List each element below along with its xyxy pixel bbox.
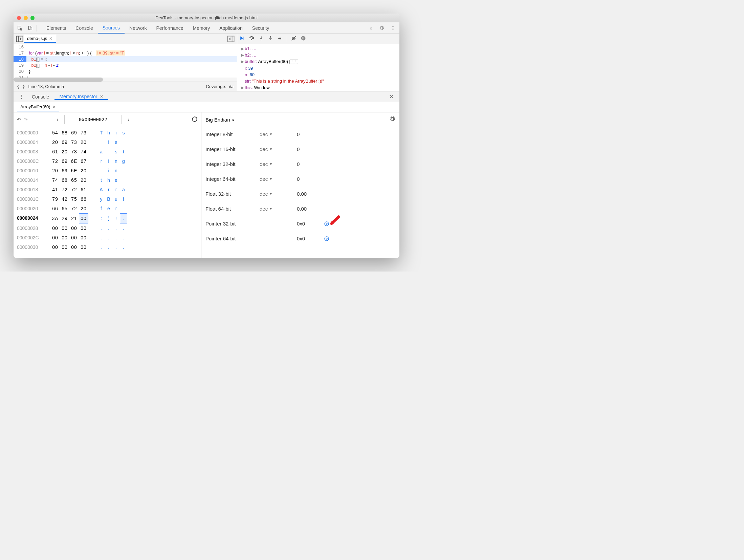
value-format-select[interactable]: dec ▼ (260, 131, 297, 137)
hex-row[interactable]: 000000243A292100:)!. (17, 213, 198, 223)
endian-select[interactable]: Big Endian ▼ (205, 117, 235, 123)
code-editor[interactable]: 1617 for (var i = str.length; i < n; ++i… (14, 44, 237, 78)
hex-bytes[interactable]: 20696E20 (47, 166, 94, 175)
hex-bytes[interactable]: 41727261 (47, 185, 94, 194)
hex-bytes[interactable]: 79427566 (47, 194, 94, 204)
value-format-select[interactable]: dec ▼ (260, 146, 297, 152)
hex-dump[interactable]: 0000000054686973This0000000420697320 is … (14, 127, 201, 253)
hex-row[interactable]: 0000001841727261Arra (17, 185, 198, 194)
hex-row[interactable]: 0000000C72696E67ring (17, 156, 198, 166)
hex-row[interactable]: 0000000861207374a st (17, 147, 198, 156)
hex-bytes[interactable]: 20697320 (47, 137, 94, 147)
scope-variables[interactable]: ▶b1: … ▶b2: … ▶buffer: ArrayBuffer(60)⋮⋮… (237, 44, 399, 91)
buffer-tab[interactable]: ArrayBuffer(60) ✕ (17, 103, 59, 111)
code-line[interactable]: 18 b1[i] = i; (14, 56, 237, 62)
scope-row[interactable]: ▶this: Window (241, 84, 396, 91)
tab-performance[interactable]: Performance (151, 22, 188, 34)
snippets-icon[interactable] (227, 35, 235, 43)
drawer-tab-console[interactable]: Console (27, 94, 54, 100)
close-tab-icon[interactable]: ✕ (100, 94, 103, 99)
expand-icon[interactable]: ▶ (241, 84, 245, 91)
tab-console[interactable]: Console (71, 22, 97, 34)
horizontal-scrollbar[interactable] (14, 78, 237, 82)
expand-icon[interactable]: ▶ (241, 58, 245, 65)
drawer-tab-memory-inspector[interactable]: Memory Inspector ✕ (54, 94, 108, 100)
tab-sources[interactable]: Sources (98, 22, 125, 34)
deactivate-breakpoints-icon[interactable] (291, 36, 297, 42)
hex-row[interactable]: 0000000420697320 is (17, 137, 198, 147)
scrollbar-thumb[interactable] (14, 78, 103, 82)
gutter-line-number[interactable]: 21 (14, 74, 26, 78)
tab-memory[interactable]: Memory (188, 22, 215, 34)
step-into-icon[interactable] (258, 36, 264, 42)
pretty-print-icon[interactable]: { } (17, 84, 25, 89)
scope-row[interactable]: ▶b2: … (241, 52, 396, 58)
value-row: Pointer 32-bit0x0 (205, 216, 395, 231)
settings-icon[interactable] (389, 116, 395, 123)
memory-icon[interactable]: ⋮⋮ (289, 60, 298, 64)
hex-row[interactable]: 0000002C00000000.... (17, 233, 198, 242)
jump-to-address-icon[interactable] (324, 235, 329, 241)
expand-icon[interactable]: ▶ (241, 45, 245, 52)
tab-elements[interactable]: Elements (42, 22, 71, 34)
hex-bytes[interactable]: 00000000 (47, 242, 94, 252)
hex-row[interactable]: 0000003000000000.... (17, 242, 198, 252)
hex-bytes[interactable]: 3A292100 (47, 213, 94, 223)
code-line[interactable]: 21} (14, 74, 237, 78)
gutter-line-number[interactable]: 18 (14, 56, 26, 62)
hex-row[interactable]: 0000002800000000.... (17, 223, 198, 233)
drawer-menu-icon[interactable] (16, 92, 26, 102)
hex-row[interactable]: 0000002066657220fer (17, 204, 198, 213)
tab-network[interactable]: Network (125, 22, 151, 34)
value-format-select[interactable]: dec ▼ (260, 191, 297, 197)
code-line[interactable]: 19 b2[i] = n - i - 1; (14, 62, 237, 68)
close-tab-icon[interactable]: ✕ (52, 105, 56, 109)
inspect-icon[interactable] (15, 23, 25, 33)
step-icon[interactable] (277, 36, 283, 42)
tab-application[interactable]: Application (215, 22, 247, 34)
close-drawer-icon[interactable]: ✕ (386, 93, 397, 101)
hex-row[interactable]: 0000001020696E20 in (17, 166, 198, 175)
gutter-line-number[interactable]: 19 (14, 62, 26, 68)
hex-row[interactable]: 0000001474686520the (17, 175, 198, 185)
value-format-select[interactable]: dec ▼ (260, 161, 297, 167)
device-toggle-icon[interactable] (25, 23, 35, 33)
value-format-select[interactable]: dec ▼ (260, 206, 297, 212)
resume-icon[interactable] (239, 36, 245, 42)
code-line[interactable]: 20 } (14, 68, 237, 74)
gutter-line-number[interactable]: 20 (14, 68, 26, 74)
hex-row[interactable]: 0000000054686973This (17, 128, 198, 137)
prev-page-icon[interactable]: ‹ (53, 116, 62, 123)
show-navigator-icon[interactable] (16, 35, 24, 43)
address-input[interactable] (64, 115, 122, 124)
hex-bytes[interactable]: 72696E67 (47, 156, 94, 166)
hex-bytes[interactable]: 00000000 (47, 223, 94, 233)
scope-row[interactable]: ▶b1: … (241, 45, 396, 52)
scope-row[interactable]: ▶buffer: ArrayBuffer(60)⋮⋮ (241, 58, 396, 65)
redo-icon[interactable]: ↷ (24, 117, 28, 122)
hex-bytes[interactable]: 66657220 (47, 204, 94, 213)
gutter-line-number[interactable]: 16 (14, 44, 26, 50)
close-tab-icon[interactable]: ✕ (49, 36, 52, 41)
pause-exceptions-icon[interactable] (301, 36, 306, 42)
step-out-icon[interactable] (268, 36, 273, 42)
value-format-select[interactable]: dec ▼ (260, 176, 297, 182)
expand-icon[interactable]: ▶ (241, 52, 245, 58)
file-tab[interactable]: demo-js.js ✕ (24, 35, 56, 43)
hex-bytes[interactable]: 00000000 (47, 233, 94, 242)
hex-bytes[interactable]: 54686973 (47, 128, 94, 137)
step-over-icon[interactable] (249, 36, 254, 42)
next-page-icon[interactable]: › (125, 116, 133, 123)
code-line[interactable]: 17 for (var i = str.length; i < n; ++i) … (14, 50, 237, 56)
settings-icon[interactable] (376, 23, 387, 33)
undo-icon[interactable]: ↶ (17, 117, 21, 122)
more-menu-icon[interactable] (388, 23, 398, 33)
more-tabs-button[interactable]: » (367, 25, 375, 31)
gutter-line-number[interactable]: 17 (14, 50, 26, 56)
tab-security[interactable]: Security (247, 22, 274, 34)
hex-bytes[interactable]: 74686520 (47, 175, 94, 185)
hex-row[interactable]: 0000001C79427566yBuf (17, 194, 198, 204)
hex-bytes[interactable]: 61207374 (47, 147, 94, 156)
refresh-icon[interactable] (192, 116, 198, 123)
code-line[interactable]: 16 (14, 44, 237, 50)
